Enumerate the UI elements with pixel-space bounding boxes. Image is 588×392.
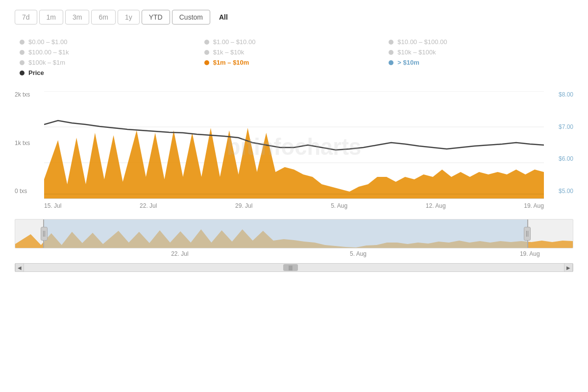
scrollbar[interactable]: ◀ ||| ▶ — [15, 263, 573, 272]
navigator-track[interactable] — [15, 219, 573, 248]
y-right-label-2: $6.00 — [559, 155, 573, 162]
legend-item-8[interactable]: > $10m — [389, 59, 573, 66]
nav-label-0: 22. Jul — [171, 250, 188, 257]
legend-label-0: $0.00 – $1.00 — [28, 38, 68, 46]
chart-navigator[interactable]: 22. Jul 5. Aug 19. Aug ◀ ||| ▶ — [15, 219, 573, 272]
time-btn-7d[interactable]: 7d — [15, 10, 37, 24]
navigator-handle-left[interactable] — [41, 227, 48, 241]
legend-dot-6 — [20, 60, 24, 65]
time-btn-custom[interactable]: Custom — [172, 10, 210, 24]
y-right-label-3: $5.00 — [559, 188, 573, 195]
legend-label-8: > $10m — [397, 59, 419, 66]
legend-item-3[interactable]: $100.00 – $1k — [20, 49, 204, 56]
x-label-3: 5. Aug — [331, 202, 347, 209]
navigator-labels: 22. Jul 5. Aug 19. Aug — [15, 250, 573, 260]
y-axis-right: $8.00 $7.00 $6.00 $5.00 — [559, 91, 573, 195]
legend-label-2: $10.00 – $100.00 — [397, 38, 447, 46]
x-label-2: 29. Jul — [235, 202, 252, 209]
x-label-1: 22. Jul — [140, 202, 157, 209]
time-btn-1m[interactable]: 1m — [39, 10, 63, 24]
legend-dot-0 — [20, 40, 24, 45]
time-btn-1y[interactable]: 1y — [118, 10, 140, 24]
y-label-top: 2k txs — [15, 91, 30, 98]
legend-dot-4 — [204, 50, 209, 55]
legend-label-3: $100.00 – $1k — [28, 49, 69, 56]
y-right-label-0: $8.00 — [559, 91, 573, 98]
nav-label-2: 19. Aug — [520, 250, 540, 257]
legend-item-6[interactable]: $100k – $1m — [20, 59, 204, 66]
legend-item-4[interactable]: $1k – $10k — [204, 49, 389, 56]
legend-item-1[interactable]: $1.00 – $10.00 — [204, 38, 389, 46]
time-range-selector: 7d 1m 3m 6m 1y YTD Custom All — [15, 10, 573, 24]
legend-label-7: $1m – $10m — [213, 59, 249, 66]
scrollbar-thumb[interactable]: ||| — [283, 264, 298, 271]
y-axis-left: 2k txs 1k txs 0 txs — [15, 91, 30, 195]
y-label-bot: 0 txs — [15, 188, 30, 195]
y-right-label-1: $7.00 — [559, 123, 573, 130]
chart-svg-area[interactable]: bitinfocharts — [44, 91, 544, 200]
x-label-0: 15. Jul — [44, 202, 61, 209]
time-btn-6m[interactable]: 6m — [91, 10, 115, 24]
legend-item-0[interactable]: $0.00 – $1.00 — [20, 38, 204, 46]
legend-dot-3 — [20, 50, 24, 55]
x-axis: 15. Jul 22. Jul 29. Jul 5. Aug 12. Aug 1… — [44, 202, 544, 209]
scrollbar-track[interactable]: ||| — [24, 264, 564, 271]
y-label-mid: 1k txs — [15, 140, 30, 147]
legend-label-4: $1k – $10k — [213, 49, 245, 56]
legend-label-1: $1.00 – $10.00 — [213, 38, 256, 46]
legend-dot-2 — [389, 40, 393, 45]
x-label-5: 19. Aug — [524, 202, 544, 209]
navigator-handle-right[interactable] — [524, 227, 531, 241]
legend-dot-1 — [204, 40, 209, 45]
legend-dot-5 — [389, 50, 393, 55]
legend-label-6: $100k – $1m — [28, 59, 65, 66]
legend-item-2[interactable]: $10.00 – $100.00 — [389, 38, 573, 46]
main-chart[interactable]: 2k txs 1k txs 0 txs $8.00 $7.00 $6.00 $5… — [15, 91, 573, 209]
time-btn-all[interactable]: All — [212, 10, 235, 24]
legend-item-5[interactable]: $10k – $100k — [389, 49, 573, 56]
time-btn-3m[interactable]: 3m — [65, 10, 89, 24]
x-label-4: 12. Aug — [426, 202, 446, 209]
chart-legend: $0.00 – $1.00 $1.00 – $10.00 $10.00 – $1… — [15, 38, 573, 76]
legend-dot-7 — [204, 60, 209, 65]
legend-item-9[interactable]: Price — [20, 69, 204, 76]
scrollbar-right-arrow[interactable]: ▶ — [564, 263, 573, 272]
watermark-text: bitinfocharts — [227, 134, 361, 160]
legend-label-9: Price — [28, 69, 44, 76]
legend-dot-8 — [389, 60, 393, 65]
nav-label-1: 5. Aug — [350, 250, 367, 257]
scrollbar-left-arrow[interactable]: ◀ — [15, 263, 24, 272]
chart-svg[interactable]: bitinfocharts — [44, 91, 544, 199]
navigator-selection[interactable] — [43, 220, 528, 248]
legend-item-7[interactable]: $1m – $10m — [204, 59, 389, 66]
legend-dot-9 — [20, 71, 24, 75]
time-btn-ytd[interactable]: YTD — [142, 10, 170, 24]
legend-label-5: $10k – $100k — [397, 49, 436, 56]
